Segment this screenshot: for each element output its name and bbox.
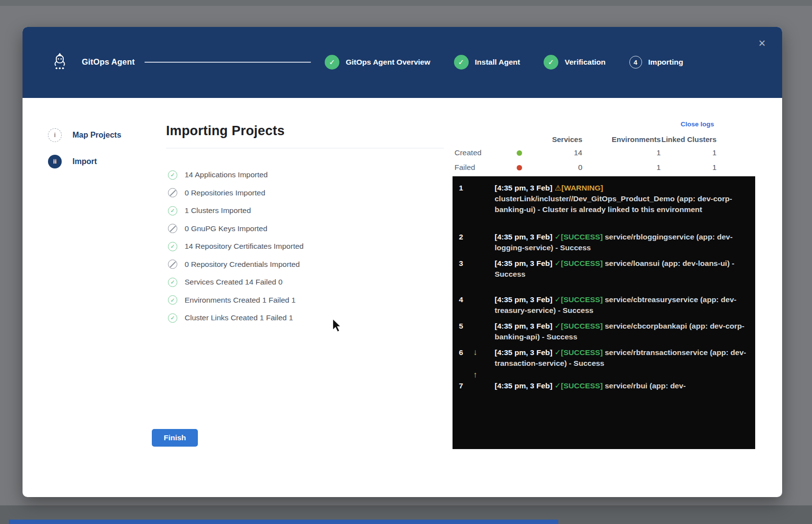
- log-scroll-arrow-icon: [473, 183, 495, 215]
- import-result-text: 0 GnuPG Keys Imported: [185, 224, 267, 233]
- log-scroll-arrow-icon: [473, 258, 495, 280]
- log-console[interactable]: 1 [4:35 pm, 3 Feb] ⚠[WARNING] clusterLin…: [453, 176, 755, 449]
- log-scroll-arrow-icon: [473, 321, 495, 342]
- step-done-check-icon: ✓: [454, 55, 469, 70]
- log-level-icon: ✓: [554, 322, 561, 330]
- success-check-icon: ✓: [168, 206, 177, 215]
- success-check-icon: ✓: [168, 242, 177, 251]
- log-level-tag: [SUCCESS]: [561, 322, 602, 330]
- summary-row-label: Created: [454, 148, 505, 157]
- import-summary-list: ✓ 14 Applications Imported 0 Repositorie…: [168, 169, 304, 323]
- log-scroll-arrow-icon: [473, 232, 495, 253]
- gitops-agent-wizard-dialog: GitOps Agent ✓ GitOps Agent Overview ✓ I…: [23, 27, 782, 497]
- log-summary-table: ServicesEnvironmentsLinked Clusters Crea…: [454, 133, 716, 175]
- import-result-text: Environments Created 1 Failed 1: [185, 296, 296, 305]
- log-timestamp: [4:35 pm, 3 Feb]: [495, 348, 552, 357]
- log-scroll-arrow-icon: [473, 381, 495, 391]
- import-result-text: Services Created 14 Failed 0: [185, 278, 283, 286]
- log-entry: 5 [4:35 pm, 3 Feb] ✓[SUCCESS] service/cb…: [456, 321, 751, 342]
- skipped-prohibit-icon: [168, 260, 177, 269]
- import-result-item: ✓ Cluster Links Created 1 Failed 1: [168, 312, 304, 323]
- step-label: Importing: [648, 58, 683, 67]
- step-number-badge: 4: [629, 56, 642, 69]
- log-entry: 2 [4:35 pm, 3 Feb] ✓[SUCCESS] service/rb…: [456, 232, 751, 253]
- sidebar-step-badge: i: [48, 128, 62, 142]
- sidebar-item[interactable]: i Map Projects: [48, 128, 121, 142]
- log-timestamp: [4:35 pm, 3 Feb]: [495, 295, 552, 304]
- page-title: Importing Projects: [166, 123, 285, 139]
- wizard-header: GitOps Agent ✓ GitOps Agent Overview ✓ I…: [23, 27, 782, 98]
- step-label: Verification: [565, 58, 606, 67]
- header-divider-line: [144, 62, 311, 63]
- log-level-icon: ✓: [554, 295, 561, 304]
- sidebar-step-badge: ii: [48, 155, 62, 168]
- log-timestamp: [4:35 pm, 3 Feb]: [495, 259, 552, 267]
- log-scroll-arrow-icon: [473, 294, 495, 316]
- log-entry: 7 [4:35 pm, 3 Feb] ✓[SUCCESS] service/rb…: [456, 381, 751, 391]
- background-bottom-bar: [9, 520, 558, 524]
- import-result-text: 14 Repository Certificates Imported: [185, 242, 304, 251]
- log-message: clusterLink/incluster//Dev_GitOps_Produc…: [495, 194, 732, 214]
- skipped-prohibit-icon: [168, 224, 177, 233]
- import-result-item: 0 GnuPG Keys Imported: [168, 223, 304, 234]
- stepper-step[interactable]: ✓ Install Agent: [454, 55, 520, 70]
- log-level-tag: [SUCCESS]: [561, 348, 602, 357]
- wizard-sidebar: i Map Projects ii Import: [48, 128, 121, 168]
- log-line-number: [456, 370, 473, 381]
- sidebar-item-label: Import: [72, 157, 97, 166]
- stepper: ✓ GitOps Agent Overview ✓ Install Agent …: [325, 55, 683, 70]
- log-scroll-arrow-icon: ↓: [473, 347, 495, 369]
- summary-column-header: Environments: [582, 135, 661, 143]
- log-entry: 1 [4:35 pm, 3 Feb] ⚠[WARNING] clusterLin…: [456, 183, 751, 215]
- gitops-octopus-icon: [50, 51, 69, 72]
- log-level-icon: ✓: [554, 259, 561, 267]
- log-line-number: 2: [456, 232, 473, 253]
- step-done-check-icon: ✓: [325, 55, 339, 70]
- sidebar-item[interactable]: ii Import: [48, 155, 121, 168]
- status-dot: [517, 150, 522, 156]
- stepper-step[interactable]: 4 Importing: [629, 56, 683, 69]
- log-timestamp: [4:35 pm, 3 Feb]: [495, 381, 552, 390]
- log-timestamp: [4:35 pm, 3 Feb]: [495, 322, 552, 330]
- skipped-prohibit-icon: [168, 188, 177, 197]
- log-scroll-arrow-icon: ↑: [473, 370, 495, 381]
- log-line-number: 7: [456, 381, 473, 391]
- close-icon[interactable]: ✕: [756, 37, 768, 49]
- summary-value: 14: [533, 148, 582, 157]
- summary-value: 0: [533, 163, 582, 172]
- import-result-text: Cluster Links Created 1 Failed 1: [185, 313, 293, 322]
- stepper-step[interactable]: ✓ Verification: [544, 55, 606, 70]
- step-label: GitOps Agent Overview: [346, 58, 430, 67]
- success-check-icon: ✓: [168, 278, 177, 287]
- background-top-strip: [0, 0, 812, 6]
- import-result-item: ✓ 1 Clusters Imported: [168, 205, 304, 216]
- log-level-icon: ⚠: [554, 184, 561, 192]
- log-level-tag: [SUCCESS]: [561, 233, 602, 241]
- import-result-item: 0 Repositories Imported: [168, 188, 304, 198]
- summary-row-label: Failed: [454, 163, 505, 172]
- log-message: service/rbui (app: dev-: [605, 381, 686, 390]
- import-result-item: ✓ 14 Repository Certificates Imported: [168, 241, 304, 252]
- log-level-icon: ✓: [554, 348, 561, 357]
- summary-value: 1: [661, 163, 716, 172]
- import-result-item: 0 Repository Credentials Imported: [168, 259, 304, 270]
- summary-value: 1: [582, 148, 661, 157]
- log-entry: 3 [4:35 pm, 3 Feb] ✓[SUCCESS] service/lo…: [456, 258, 751, 280]
- log-entry: ↑: [456, 370, 751, 381]
- summary-column-header: Linked Clusters: [661, 135, 716, 143]
- step-done-check-icon: ✓: [544, 55, 558, 70]
- stepper-step[interactable]: ✓ GitOps Agent Overview: [325, 55, 430, 70]
- close-logs-link[interactable]: Close logs: [681, 120, 714, 128]
- success-check-icon: ✓: [168, 295, 177, 305]
- brand: GitOps Agent: [50, 51, 135, 72]
- import-result-text: 0 Repositories Imported: [185, 189, 265, 197]
- log-level-tag: [WARNING]: [561, 184, 603, 192]
- import-result-item: ✓ 14 Applications Imported: [168, 169, 304, 180]
- import-result-item: ✓ Services Created 14 Failed 0: [168, 277, 304, 287]
- finish-button[interactable]: Finish: [152, 429, 198, 447]
- import-result-text: 14 Applications Imported: [185, 170, 268, 179]
- log-line-number: 4: [456, 294, 473, 316]
- log-line-number: 3: [456, 258, 473, 280]
- sidebar-item-label: Map Projects: [72, 131, 121, 140]
- import-result-text: 0 Repository Credentials Imported: [185, 260, 300, 269]
